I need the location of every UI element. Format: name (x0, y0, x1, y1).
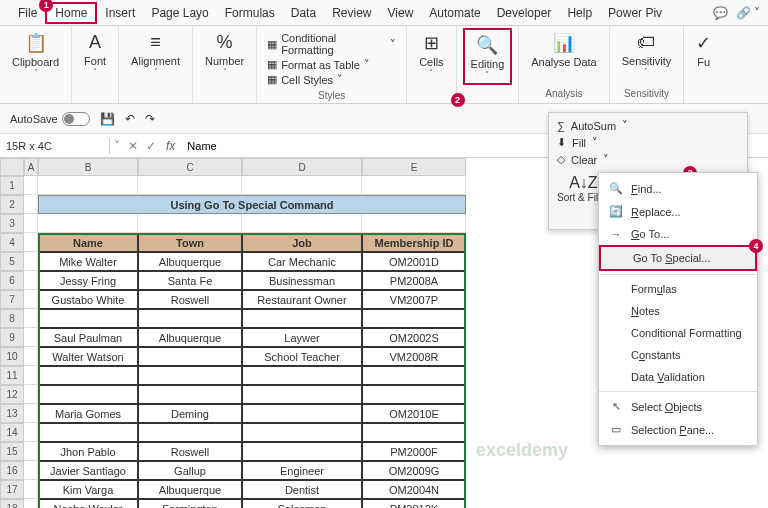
cell[interactable] (362, 176, 466, 195)
menu-cf[interactable]: Conditional Formatting (599, 322, 757, 344)
table-cell[interactable] (242, 442, 362, 461)
menu-constants[interactable]: Constants (599, 344, 757, 366)
autosave-toggle[interactable]: AutoSave (10, 112, 90, 126)
clear-button[interactable]: ◇Clear ˅ (553, 151, 743, 168)
table-cell[interactable] (242, 404, 362, 423)
cell[interactable] (24, 328, 38, 347)
table-cell[interactable]: PM2000F (362, 442, 466, 461)
menu-find[interactable]: 🔍Find... (599, 177, 757, 200)
col-header-C[interactable]: C (138, 158, 242, 176)
table-cell[interactable] (138, 385, 242, 404)
cell[interactable] (24, 233, 38, 252)
name-box-dropdown-icon[interactable]: ˅ (110, 139, 124, 153)
row-header-6[interactable]: 6 (0, 271, 24, 290)
cell[interactable] (24, 499, 38, 508)
table-cell[interactable] (242, 385, 362, 404)
table-cell[interactable] (138, 309, 242, 328)
cell[interactable] (24, 195, 38, 214)
table-cell[interactable]: OM2010E (362, 404, 466, 423)
col-header-B[interactable]: B (38, 158, 138, 176)
table-cell[interactable]: Walter Watson (38, 347, 138, 366)
name-box[interactable]: 15R x 4C (0, 138, 110, 154)
table-cell[interactable] (138, 423, 242, 442)
tab-formulas[interactable]: Formulas (217, 2, 283, 24)
analyse-data-button[interactable]: 📊 Analyse Data (525, 28, 602, 72)
table-cell[interactable] (138, 366, 242, 385)
table-cell[interactable]: PM2012K (362, 499, 466, 508)
col-header-E[interactable]: E (362, 158, 466, 176)
table-cell[interactable]: Nacho Wexler (38, 499, 138, 508)
cell[interactable] (242, 214, 362, 233)
cell[interactable] (24, 290, 38, 309)
row-header-11[interactable]: 11 (0, 366, 24, 385)
cell[interactable] (24, 347, 38, 366)
table-cell[interactable]: VM2007P (362, 290, 466, 309)
table-header[interactable]: Job (242, 233, 362, 252)
row-header-8[interactable]: 8 (0, 309, 24, 328)
table-cell[interactable] (362, 366, 466, 385)
autosum-button[interactable]: ∑AutoSum ˅ (553, 117, 743, 134)
table-cell[interactable]: Kim Varga (38, 480, 138, 499)
menu-select-objects[interactable]: ↖Select Objects (599, 395, 757, 418)
table-cell[interactable]: OM2001D (362, 252, 466, 271)
table-cell[interactable] (38, 309, 138, 328)
cell[interactable] (24, 423, 38, 442)
tab-developer[interactable]: Developer (489, 2, 560, 24)
cell[interactable] (242, 176, 362, 195)
undo-icon[interactable]: ↶ (125, 112, 135, 126)
table-cell[interactable] (362, 385, 466, 404)
table-cell[interactable]: Dentist (242, 480, 362, 499)
table-cell[interactable]: Engineer (242, 461, 362, 480)
table-cell[interactable]: Albuquerque (138, 328, 242, 347)
cell[interactable] (24, 252, 38, 271)
cells-button[interactable]: ⊞ Cells ˅ (413, 28, 449, 81)
tab-review[interactable]: Review (324, 2, 379, 24)
table-cell[interactable]: Salesman (242, 499, 362, 508)
cell[interactable] (24, 385, 38, 404)
table-cell[interactable]: Laywer (242, 328, 362, 347)
table-cell[interactable]: OM2002S (362, 328, 466, 347)
table-cell[interactable]: Gustabo White (38, 290, 138, 309)
number-button[interactable]: % Number ˅ (199, 28, 250, 80)
row-header-3[interactable]: 3 (0, 214, 24, 233)
comments-icon[interactable]: 💬 (713, 6, 728, 20)
share-icon[interactable]: 🔗 ˅ (736, 6, 760, 20)
table-cell[interactable]: Businessman (242, 271, 362, 290)
tab-data[interactable]: Data (283, 2, 324, 24)
cell[interactable] (138, 214, 242, 233)
table-cell[interactable]: Albuquerque (138, 252, 242, 271)
menu-selection-pane[interactable]: ▭Selection Pane... (599, 418, 757, 441)
table-cell[interactable]: Car Mechanic (242, 252, 362, 271)
cell[interactable] (24, 214, 38, 233)
cell[interactable] (362, 214, 466, 233)
row-header-5[interactable]: 5 (0, 252, 24, 271)
table-cell[interactable]: PM2008A (362, 271, 466, 290)
table-cell[interactable]: Farmington (138, 499, 242, 508)
alignment-button[interactable]: ≡ Alignment ˅ (125, 28, 186, 80)
fu-button[interactable]: ✓ Fu (690, 28, 717, 72)
row-header-16[interactable]: 16 (0, 461, 24, 480)
format-as-table-button[interactable]: ▦Format as Table ˅ (267, 58, 396, 71)
cell[interactable] (24, 442, 38, 461)
col-header-A[interactable]: A (24, 158, 38, 176)
menu-notes[interactable]: Notes (599, 300, 757, 322)
table-cell[interactable]: Roswell (138, 442, 242, 461)
cell[interactable] (38, 214, 138, 233)
table-cell[interactable] (362, 423, 466, 442)
tab-powerpivot[interactable]: Power Piv (600, 2, 670, 24)
table-cell[interactable]: Albuquerque (138, 480, 242, 499)
table-cell[interactable]: Jessy Fring (38, 271, 138, 290)
cell[interactable] (24, 271, 38, 290)
menu-formulas[interactable]: Formulas (599, 278, 757, 300)
cell[interactable] (24, 366, 38, 385)
table-cell[interactable]: Santa Fe (138, 271, 242, 290)
table-cell[interactable]: Jhon Pablo (38, 442, 138, 461)
table-cell[interactable]: Restaurant Owner (242, 290, 362, 309)
select-all-corner[interactable] (0, 158, 24, 176)
row-header-14[interactable]: 14 (0, 423, 24, 442)
table-cell[interactable]: VM2008R (362, 347, 466, 366)
row-header-7[interactable]: 7 (0, 290, 24, 309)
row-header-18[interactable]: 18 (0, 499, 24, 508)
row-header-12[interactable]: 12 (0, 385, 24, 404)
menu-goto[interactable]: →Go To... (599, 223, 757, 245)
